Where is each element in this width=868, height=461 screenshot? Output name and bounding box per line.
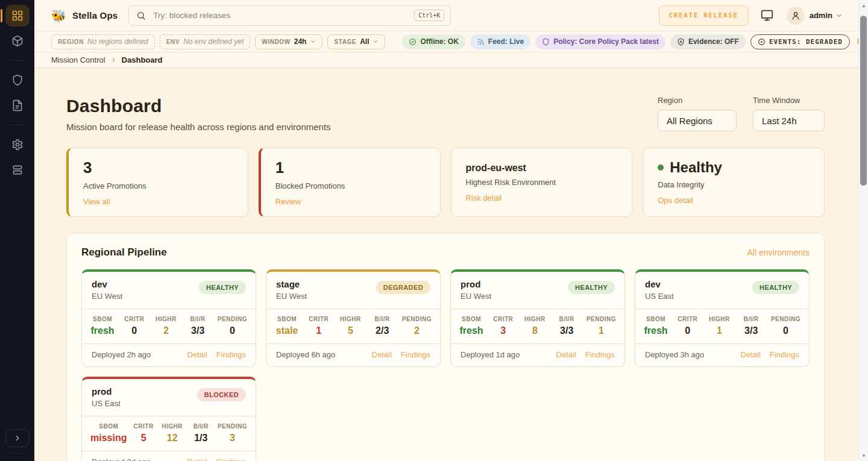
stat-value: 2 <box>402 325 432 336</box>
stat-value: 3 <box>491 325 515 336</box>
stat-label: PENDING <box>587 316 616 322</box>
findings-link[interactable]: Findings <box>585 350 615 359</box>
time-window-filter-label: Time Window <box>753 96 825 105</box>
stat-label: CRITR <box>676 316 700 322</box>
pipeline-card-titles: prod US East <box>92 386 121 408</box>
stat-sbom: SBOMfresh <box>90 316 115 336</box>
stat-critr: CRITR5 <box>131 423 156 444</box>
sidebar-expand-button[interactable] <box>5 429 30 447</box>
breadcrumb-parent[interactable]: Mission Control <box>51 55 105 64</box>
stat-value: fresh <box>459 325 483 336</box>
summary-card[interactable]: Healthy Data Integrity Ops detail <box>643 148 825 217</box>
summary-card-link[interactable]: Ops detail <box>658 196 693 205</box>
sidebar-item-releases[interactable] <box>5 30 30 52</box>
sidebar-item-infrastructure[interactable] <box>5 159 30 181</box>
pipeline-card[interactable]: dev EU West HEALTHY SBOMfreshCRITR0HIGHR… <box>81 269 256 367</box>
stat-critr: CRITR1 <box>307 316 331 336</box>
stage-dropdown[interactable]: STAGE All <box>327 34 385 49</box>
avatar[interactable] <box>787 7 805 25</box>
policy-status-pill[interactable]: Policy: Core Policy Pack latest <box>535 34 665 49</box>
page-scrollbar[interactable]: ▲ ▼ <box>858 0 868 461</box>
detail-link[interactable]: Detail <box>556 350 576 359</box>
breadcrumb-current: Dashboard <box>122 55 163 64</box>
events-status-pill[interactable]: EVENTS: DEGRADED <box>750 34 850 49</box>
user-menu-label[interactable]: admin <box>810 11 832 20</box>
detail-link[interactable]: Detail <box>372 350 392 359</box>
pipeline-card[interactable]: stage EU West DEGRADED SBOMstaleCRITR1HI… <box>266 269 441 367</box>
circle-dot-icon <box>758 38 766 46</box>
pipeline-card-stats: SBOMfreshCRITR0HIGHR1B/I/R3/3PENDING0 <box>635 309 809 344</box>
findings-link[interactable]: Findings <box>401 350 430 359</box>
time-window-filter-select[interactable]: Last 24h <box>753 110 825 131</box>
findings-link[interactable]: Findings <box>770 350 799 359</box>
sidebar-item-dashboard[interactable] <box>5 5 30 27</box>
chevron-right-icon <box>13 434 22 442</box>
check-circle-icon <box>409 38 417 46</box>
stat-value: 5 <box>338 325 362 336</box>
scrollbar-down-arrow[interactable]: ▼ <box>859 451 868 460</box>
scrollbar-up-arrow[interactable]: ▲ <box>859 1 868 10</box>
summary-card[interactable]: 3 Active Promotions View all <box>66 148 248 217</box>
summary-card[interactable]: 1 Blocked Promotions Review <box>259 148 441 217</box>
stat-bir: B/I/R2/3 <box>370 316 394 336</box>
findings-link[interactable]: Findings <box>216 350 246 359</box>
create-release-button[interactable]: CREATE RELEASE <box>659 5 749 26</box>
pipeline-card[interactable]: dev US East HEALTHY SBOMfreshCRITR0HIGHR… <box>635 269 810 367</box>
page-subtitle: Mission board for release health across … <box>66 122 331 132</box>
pipeline-card[interactable]: prod US East BLOCKED SBOMmissingCRITR5HI… <box>81 377 256 461</box>
main-area: 🐝 Stella Ops Ctrl+K CREATE RELEASE admin… <box>34 0 858 461</box>
summary-card-label: Active Promotions <box>83 181 233 190</box>
pipeline-card-header: dev US East HEALTHY <box>635 272 809 309</box>
all-environments-link[interactable]: All environments <box>747 248 810 257</box>
pipeline-card[interactable]: prod EU West HEALTHY SBOMfreshCRITR3HIGH… <box>450 269 625 367</box>
summary-card-link[interactable]: Risk detail <box>466 193 502 202</box>
findings-link[interactable]: Findings <box>216 457 246 461</box>
sidebar-item-settings[interactable] <box>5 134 30 155</box>
sidebar-item-documents[interactable] <box>5 95 30 116</box>
summary-card-link[interactable]: Review <box>275 197 301 206</box>
region-context-pill[interactable]: REGION No regions defined <box>51 34 155 49</box>
pipeline-card-footer: Deployed 3d ago Detail Findings <box>82 451 256 461</box>
chevron-right-icon <box>110 57 117 63</box>
pipeline-cards-grid: dev EU West HEALTHY SBOMfreshCRITR0HIGHR… <box>81 269 810 461</box>
summary-card-value: prod-eu-west <box>466 163 526 174</box>
summary-card[interactable]: prod-eu-west Highest Risk Environment Ri… <box>451 148 633 217</box>
app-title: Stella Ops <box>72 10 118 20</box>
pipeline-card-stats: SBOMstaleCRITR1HIGHR5B/I/R2/3PENDING2 <box>266 309 440 344</box>
summary-card-label: Data Integrity <box>658 180 810 189</box>
stat-value: 3/3 <box>555 325 579 336</box>
search-input[interactable] <box>153 11 414 20</box>
region-filter-select[interactable]: All Regions <box>658 110 737 131</box>
global-search[interactable]: Ctrl+K <box>128 5 451 26</box>
stat-pending: PENDING1 <box>587 316 616 336</box>
pipeline-card-links: Detail Findings <box>187 457 246 461</box>
detail-link[interactable]: Detail <box>187 457 207 461</box>
page-title-block: Dashboard Mission board for release heal… <box>66 96 331 132</box>
detail-link[interactable]: Detail <box>741 350 761 359</box>
scrollbar-thumb[interactable] <box>860 16 867 186</box>
summary-card-link[interactable]: View all <box>83 197 110 206</box>
user-menu[interactable] <box>835 12 843 19</box>
search-shortcut-badge: Ctrl+K <box>414 10 444 21</box>
pipeline-card-region: US East <box>92 399 121 408</box>
stat-label: HIGHR <box>707 316 731 322</box>
detail-link[interactable]: Detail <box>187 350 207 359</box>
search-icon <box>136 11 146 20</box>
stat-value: stale <box>275 325 299 336</box>
summary-cards: 3 Active Promotions View all 1 Blocked P… <box>66 148 825 217</box>
sidebar-item-security[interactable] <box>5 69 30 91</box>
summary-card-label: Blocked Promotions <box>275 181 426 190</box>
offline-status-pill[interactable]: Offline: OK <box>402 34 465 49</box>
evidence-status-pill[interactable]: Evidence: OFF <box>670 34 746 49</box>
display-mode-button[interactable] <box>761 9 773 22</box>
stat-bir: B/I/R1/3 <box>189 423 213 444</box>
deployed-timestamp: Deployed 3d ago <box>92 457 151 461</box>
user-icon <box>791 11 800 20</box>
pipeline-card-titles: dev EU West <box>92 279 122 301</box>
stat-sbom: SBOMmissing <box>90 423 127 444</box>
shield-icon <box>11 74 24 86</box>
stat-label: PENDING <box>402 316 432 322</box>
feed-status-pill[interactable]: Feed: Live <box>470 34 530 49</box>
window-dropdown[interactable]: WINDOW 24h <box>255 34 322 49</box>
env-context-pill[interactable]: ENV No env defined yet <box>160 34 250 49</box>
